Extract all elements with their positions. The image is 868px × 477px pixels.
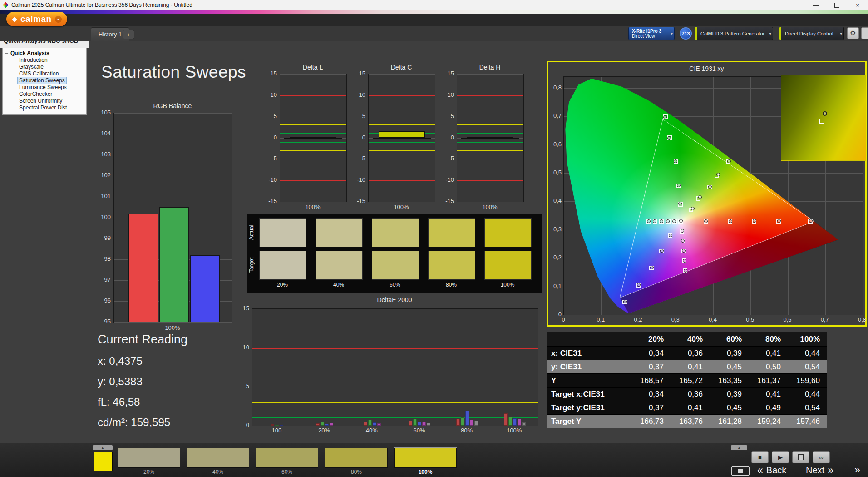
cell-value: 0,44 [787,349,826,358]
x-axis-label: 100% [280,204,346,210]
limit-line-red [369,180,435,181]
rgb-balance-xlabel: 100% [113,324,232,331]
patch-swatch [118,448,180,468]
rgb-bar-red [128,214,158,322]
rainbow-strip [0,10,868,14]
sidebar-item-introduction[interactable]: Introduction [18,57,49,64]
deltae-bar [364,422,367,426]
gridline [280,74,346,75]
sidebar-item-cms-calibration[interactable]: CMS Calibration [18,70,60,77]
swatch-actual-40 [316,218,363,247]
gridline [114,155,232,155]
add-tab-button[interactable]: + [123,30,134,39]
play-icon: ▶ [778,454,783,461]
cie-measurement-marker [683,259,686,263]
sidebar-item-screen-uniformity[interactable]: Screen Uniformity [18,98,64,104]
continuous-read-button[interactable]: ∞ [813,451,830,463]
delta-chart-delta-c: Delta C-15-10-5051015100% [354,63,434,215]
cell-value: 0,34 [631,349,670,358]
y-axis-label: 15 [442,70,454,77]
y-axis-label: 5 [237,383,249,389]
close-button[interactable]: × [847,0,868,10]
column-header: 80% [748,335,787,344]
deltae-plot [252,308,538,426]
patch-thumb-20[interactable]: 20% [118,448,180,475]
sidebar-item-colorchecker[interactable]: ColorChecker [18,91,54,98]
rgb-balance-plot [113,113,232,323]
sidebar-item-luminance-sweeps[interactable]: Luminance Sweeps [18,84,68,91]
delta-bar [467,137,513,139]
y-axis-label: 97 [99,276,111,283]
tree-collapse-icon[interactable]: – [5,50,8,57]
tree-root[interactable]: – Quick Analysis [3,50,86,57]
y-axis-label: -5 [354,155,365,162]
current-reading-title: Current Reading [98,333,187,347]
swatch-actual-60 [372,218,419,247]
workflow-tree: – Quick Analysis IntroductionGrayscaleCM… [2,48,87,115]
patch-swatch [325,448,388,468]
minimize-button[interactable]: — [805,0,826,10]
settings-button[interactable]: ⚙ [847,27,859,39]
pattern-window-button[interactable] [731,466,750,476]
display-control-label: Direct Display Control [785,31,833,36]
y-axis-label: -10 [442,176,454,183]
display-control-dropdown[interactable]: Direct Display Control ▾ [779,27,844,40]
x-tick-label: 0,2 [631,316,645,323]
sidebar-item-saturation-sweeps[interactable]: Saturation Sweeps [18,77,66,84]
sidebar-item-grayscale[interactable]: Grayscale [18,64,45,70]
next-button[interactable]: Next » [806,464,833,477]
patch-thumb-label: 80% [325,468,388,475]
y-tick-label: 0,2 [550,254,562,261]
limit-line-yellow [457,124,523,125]
sidebar-item-spectral-power-dist[interactable]: Spectral Power Dist. [18,104,70,111]
meter-badge[interactable]: 713 [680,27,692,40]
cell-value: 0,49 [748,403,787,412]
patch-thumb-60[interactable]: 60% [256,448,318,475]
deltae-bar [368,420,372,426]
y-axis-label: 5 [442,113,454,119]
gridline [369,117,435,117]
pattern-window-icon [738,469,743,473]
deltae-bar [518,419,521,426]
calman-menu-button[interactable]: ◆ calman ▾ [6,12,67,26]
meter-name: X-Rite i1Pro 3 [632,29,668,34]
play-button[interactable]: ▶ [772,451,789,463]
patch-thumb-100[interactable]: 100% [394,448,457,475]
gridline [457,202,523,202]
top-bar [0,14,868,26]
deltae-bar [275,425,279,426]
y-tick-label: 0,7 [550,112,562,119]
edge-panel-button[interactable] [861,27,868,39]
infinity-icon: ∞ [819,454,823,461]
swatch-target-40 [316,251,363,280]
gridline [252,309,538,309]
patch-panel-expand-button[interactable]: ▲ [93,445,113,450]
page-title: Saturation Sweeps [101,63,246,82]
deltae-bar [422,422,426,426]
meter-dropdown[interactable]: X-Rite i1Pro 3 Direct View ▾ [628,27,675,40]
y-tick-label: 0,8 [550,84,562,91]
save-button[interactable] [792,451,809,463]
title-bar: Calman 2025 Calman Ultimate for Business… [0,0,868,10]
cell-value: 0,39 [709,390,748,399]
maximize-button[interactable] [826,0,847,10]
delta-chart-delta-h: Delta H-15-10-5051015100% [442,63,523,215]
transport-expand-button[interactable]: ▲ [731,445,747,450]
limit-line-red [369,95,435,96]
cell-value: 159,24 [748,417,787,426]
patch-thumb-40[interactable]: 40% [187,448,249,475]
patch-thumb-80[interactable]: 80% [325,448,388,475]
skip-forward-icon[interactable]: » [854,464,860,476]
sidebar-tree-items: IntroductionGrayscaleCMS CalibrationSatu… [3,57,86,111]
column-header: 40% [670,335,709,344]
pattern-generator-dropdown[interactable]: CalMED 3 Pattern Generator ▾ [695,27,773,40]
cie-measurement-marker [653,219,656,223]
x-tick-label: 0,3 [669,316,682,323]
y-axis-label: -5 [442,155,454,162]
stop-button[interactable]: ■ [751,451,769,463]
y-axis-label: 0 [237,422,249,428]
x-tick-label: 40% [358,427,385,434]
back-button[interactable]: « Back [757,464,786,477]
deltae-bar [465,411,469,426]
cie-measurement-marker [660,219,663,223]
